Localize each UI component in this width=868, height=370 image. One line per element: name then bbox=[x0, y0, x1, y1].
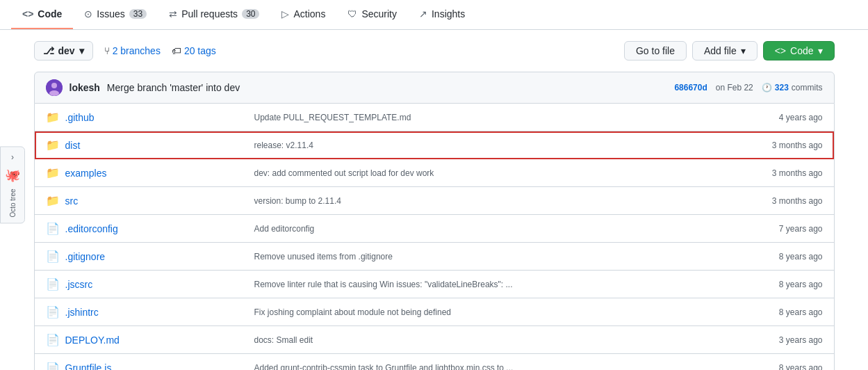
file-icon: 📄 bbox=[46, 333, 60, 346]
nav-item-security[interactable]: 🛡 Security bbox=[336, 0, 408, 29]
folder-icon: 📁 bbox=[46, 111, 60, 124]
file-table: 📁 .github Update PULL_REQUEST_TEMPLATE.m… bbox=[34, 104, 835, 370]
file-name-link[interactable]: .editorconfig bbox=[65, 223, 118, 234]
file-name-link[interactable]: .jshintrc bbox=[65, 307, 99, 318]
branch-dropdown-icon: ▾ bbox=[79, 45, 84, 56]
tags-link[interactable]: 🏷 20 tags bbox=[172, 45, 216, 56]
file-name-link[interactable]: .github bbox=[65, 112, 95, 123]
security-icon: 🛡 bbox=[347, 8, 357, 19]
table-row: 📄 Gruntfile.js Added grunt-contrib-cssmi… bbox=[35, 354, 834, 370]
file-name-link[interactable]: dist bbox=[65, 140, 81, 151]
nav-item-pull-requests[interactable]: ⇄ Pull requests 30 bbox=[158, 0, 270, 29]
branch-bar-right: Go to file Add file ▾ <> Code ▾ bbox=[624, 41, 835, 61]
add-file-button[interactable]: Add file ▾ bbox=[692, 41, 758, 61]
go-to-file-button[interactable]: Go to file bbox=[624, 41, 687, 61]
branches-link[interactable]: ⑂ 2 branches bbox=[104, 45, 161, 56]
nav-label-code: Code bbox=[38, 8, 62, 19]
issues-badge: 33 bbox=[129, 9, 147, 19]
table-row: 📄 DEPLOY.md docs: Small edit 3 years ago bbox=[35, 326, 834, 354]
file-icon: 📄 bbox=[46, 305, 60, 319]
nav-item-code[interactable]: <> Code bbox=[11, 0, 73, 29]
tags-count-link[interactable]: 20 tags bbox=[184, 45, 216, 56]
file-commit-message: Added grunt-contrib-cssmin task to Grunt… bbox=[254, 363, 739, 370]
code-dropdown-icon: ▾ bbox=[818, 45, 823, 56]
top-nav: <> Code ⊙ Issues 33 ⇄ Pull requests 30 ▷… bbox=[0, 0, 868, 30]
table-row: 📁 dist release: v2.11.4 3 months ago bbox=[35, 131, 834, 159]
file-time: 3 months ago bbox=[739, 168, 823, 178]
file-name-cell: 📄 .editorconfig bbox=[46, 222, 254, 235]
sidebar-label[interactable]: Octo tree bbox=[9, 188, 17, 217]
file-time: 3 years ago bbox=[739, 335, 823, 345]
issues-icon: ⊙ bbox=[84, 8, 92, 19]
file-name-link[interactable]: src bbox=[65, 195, 79, 207]
commit-message: Merge branch 'master' into dev bbox=[107, 82, 240, 93]
svg-point-1 bbox=[51, 83, 57, 88]
folder-icon: 📁 bbox=[46, 166, 60, 179]
pull-requests-badge: 30 bbox=[242, 9, 259, 19]
file-name-link[interactable]: .gitignore bbox=[65, 251, 106, 262]
file-name-link[interactable]: DEPLOY.md bbox=[65, 335, 120, 346]
file-icon: 📄 bbox=[46, 250, 60, 263]
branch-selector[interactable]: ⎇ dev ▾ bbox=[34, 41, 93, 61]
sidebar-chevron-icon[interactable]: › bbox=[11, 152, 14, 162]
file-time: 8 years ago bbox=[739, 252, 823, 262]
nav-label-security: Security bbox=[361, 8, 397, 19]
nav-label-pull-requests: Pull requests bbox=[181, 8, 238, 19]
file-commit-message: Remove unused items from .gitignore bbox=[254, 252, 739, 262]
file-commit-message: dev: add commented out script load for d… bbox=[254, 168, 739, 178]
code-button[interactable]: <> Code ▾ bbox=[763, 41, 835, 61]
file-commit-message: docs: Small edit bbox=[254, 335, 739, 345]
file-time: 8 years ago bbox=[739, 363, 823, 370]
add-file-label: Add file bbox=[704, 45, 737, 56]
commit-bar: lokesh Merge branch 'master' into dev 68… bbox=[34, 72, 835, 104]
branches-count-link[interactable]: 2 branches bbox=[113, 45, 161, 56]
file-name-cell: 📁 .github bbox=[46, 111, 254, 124]
file-name-cell: 📄 DEPLOY.md bbox=[46, 333, 254, 346]
octo-tree-icon[interactable]: 🐙 bbox=[5, 168, 20, 183]
nav-label-actions: Actions bbox=[293, 8, 325, 19]
file-name-cell: 📁 src bbox=[46, 194, 254, 207]
commit-count: 🕐 323 commits bbox=[762, 83, 823, 92]
svg-point-2 bbox=[49, 90, 59, 96]
file-icon: 📄 bbox=[46, 278, 60, 291]
file-commit-message: Remove linter rule that is causing Win i… bbox=[254, 280, 739, 289]
file-icon: 📄 bbox=[46, 362, 60, 371]
commit-bar-left: lokesh Merge branch 'master' into dev bbox=[46, 79, 240, 96]
table-row: 📄 .jscsrc Remove linter rule that is cau… bbox=[35, 271, 834, 298]
branch-bar-left: ⎇ dev ▾ ⑂ 2 branches 🏷 20 tags bbox=[34, 41, 216, 61]
commits-count-link[interactable]: 323 bbox=[775, 83, 789, 92]
code-angle-icon: <> bbox=[775, 45, 786, 56]
commit-date: on Feb 22 bbox=[716, 83, 753, 92]
folder-icon: 📁 bbox=[46, 138, 60, 152]
commits-label: commits bbox=[792, 83, 823, 92]
nav-item-issues[interactable]: ⊙ Issues 33 bbox=[73, 0, 158, 29]
table-row: 📁 examples dev: add commented out script… bbox=[35, 159, 834, 187]
folder-icon: 📁 bbox=[46, 194, 60, 207]
file-commit-message: Update PULL_REQUEST_TEMPLATE.md bbox=[254, 113, 739, 122]
table-row: 📄 .gitignore Remove unused items from .g… bbox=[35, 243, 834, 271]
file-time: 8 years ago bbox=[739, 280, 823, 289]
file-name-link[interactable]: examples bbox=[65, 168, 107, 179]
nav-item-actions[interactable]: ▷ Actions bbox=[270, 0, 336, 29]
file-time: 3 months ago bbox=[739, 196, 823, 206]
file-name-cell: 📄 .jshintrc bbox=[46, 305, 254, 319]
nav-item-insights[interactable]: ↗ Insights bbox=[408, 0, 476, 29]
table-row: 📄 .jshintrc Fix joshing complaint about … bbox=[35, 298, 834, 326]
file-name-link[interactable]: .jscsrc bbox=[65, 279, 93, 290]
avatar bbox=[46, 79, 63, 96]
code-icon: <> bbox=[22, 8, 33, 19]
file-name-cell: 📄 .gitignore bbox=[46, 250, 254, 263]
table-row: 📁 .github Update PULL_REQUEST_TEMPLATE.m… bbox=[35, 104, 834, 131]
file-name-cell: 📄 Gruntfile.js bbox=[46, 362, 254, 371]
octo-tree-sidebar[interactable]: › 🐙 Octo tree bbox=[0, 146, 25, 223]
main-content: ⎇ dev ▾ ⑂ 2 branches 🏷 20 tags Go to fil… bbox=[17, 30, 851, 370]
clock-icon: 🕐 bbox=[762, 83, 772, 92]
branch-bar: ⎇ dev ▾ ⑂ 2 branches 🏷 20 tags Go to fil… bbox=[34, 41, 835, 61]
file-name-cell: 📁 examples bbox=[46, 166, 254, 179]
file-name-cell: 📄 .jscsrc bbox=[46, 278, 254, 291]
commit-hash-link[interactable]: 686670d bbox=[674, 83, 707, 92]
file-time: 4 years ago bbox=[739, 113, 823, 122]
file-commit-message: version: bump to 2.11.4 bbox=[254, 196, 739, 206]
file-name-link[interactable]: Gruntfile.js bbox=[65, 362, 112, 370]
branch-icon: ⎇ bbox=[43, 45, 54, 56]
